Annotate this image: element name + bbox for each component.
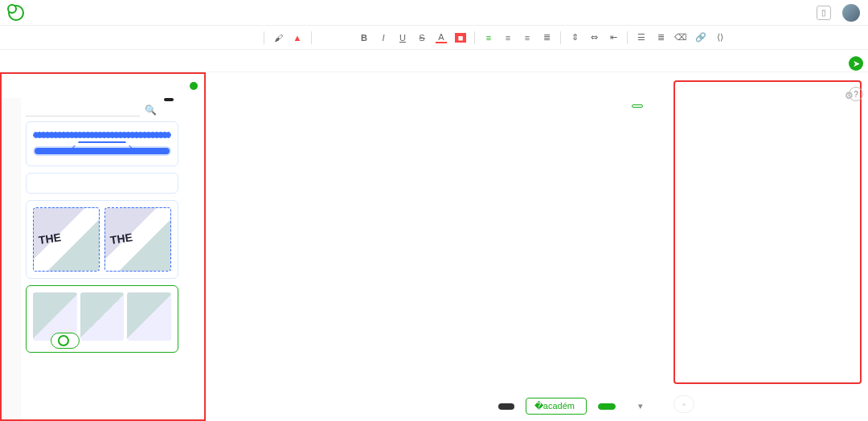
template-card-topic[interactable]	[26, 121, 178, 166]
list-ul-button[interactable]: ☰	[636, 32, 647, 43]
article-settings-button[interactable]: ◦	[674, 395, 694, 413]
phone-preview-button[interactable]: ▯	[817, 6, 831, 20]
right-rail: ➤ ?	[844, 56, 868, 103]
left-vertical-tabs	[2, 98, 21, 419]
line-height-button[interactable]: ⇕	[569, 32, 580, 43]
rail-help[interactable]: ?	[849, 87, 863, 103]
save-draft-button[interactable]	[598, 403, 616, 410]
shuffle-hint[interactable]	[51, 333, 80, 349]
format-toolbar-2	[0, 50, 868, 72]
letter-spacing-button[interactable]: ⇔	[588, 32, 600, 43]
editor-footer: �académ	[230, 398, 643, 415]
collapse-dot[interactable]	[190, 82, 198, 90]
template-card-lead[interactable]	[26, 173, 178, 194]
violation-check-button[interactable]: �académ	[526, 398, 587, 415]
title-score-button[interactable]	[632, 104, 643, 108]
templates-list: 🔍	[21, 98, 183, 419]
left-panel: 🔍	[0, 72, 206, 421]
paint-bucket-icon[interactable]: ▲	[292, 33, 303, 43]
precheck-tip	[498, 403, 514, 410]
strike-button[interactable]: S	[416, 33, 428, 43]
align-right-button[interactable]: ≡	[522, 33, 533, 43]
indent-button[interactable]: ⇤	[608, 32, 619, 43]
align-left-button[interactable]: ≡	[483, 33, 494, 43]
align-justify-button[interactable]: ≣	[541, 32, 552, 43]
style-search-input[interactable]	[26, 103, 140, 116]
code-button[interactable]: ⟨⟩	[714, 32, 726, 43]
bold-button[interactable]: B	[358, 33, 370, 43]
right-column: ⚙ ◦	[667, 72, 868, 421]
top-right: ▯	[817, 4, 860, 22]
left-action-col	[183, 98, 204, 419]
left-tabs	[2, 74, 204, 98]
template-card-images[interactable]	[26, 200, 178, 279]
right-panel: ⚙	[674, 80, 862, 384]
link-button[interactable]: 🔗	[695, 32, 706, 43]
font-color-button[interactable]: A	[436, 32, 447, 43]
rail-nav[interactable]: ➤	[849, 56, 863, 72]
align-center-button[interactable]: ≡	[502, 33, 514, 43]
chip-new[interactable]	[173, 109, 179, 111]
eraser-button[interactable]: ⌫	[674, 32, 687, 43]
underline-button[interactable]: U	[397, 33, 408, 43]
search-icon[interactable]: 🔍	[145, 104, 157, 116]
brand	[8, 5, 29, 21]
list-ol-button[interactable]: ≣	[655, 32, 666, 43]
avatar[interactable]	[842, 4, 860, 22]
collapse-tooltip	[164, 98, 174, 101]
highlight-button[interactable]: ■	[455, 33, 466, 43]
send-button[interactable]	[638, 401, 643, 411]
chip-must[interactable]	[162, 109, 168, 111]
brand-logo-icon	[8, 5, 24, 21]
format-toolbar: 🖌 ▲ B I U S A ■ ≡ ≡ ≡ ≣ ⇕ ⇔ ⇤ ☰ ≣ ⌫ 🔗 ⟨⟩	[0, 26, 868, 50]
italic-button[interactable]: I	[378, 33, 389, 43]
title-input[interactable]	[230, 112, 643, 122]
format-brush-icon[interactable]: 🖌	[272, 33, 284, 43]
editor-area: �académ	[206, 72, 667, 421]
template-card-selected[interactable]	[26, 285, 178, 353]
topbar: ▯	[0, 0, 868, 26]
